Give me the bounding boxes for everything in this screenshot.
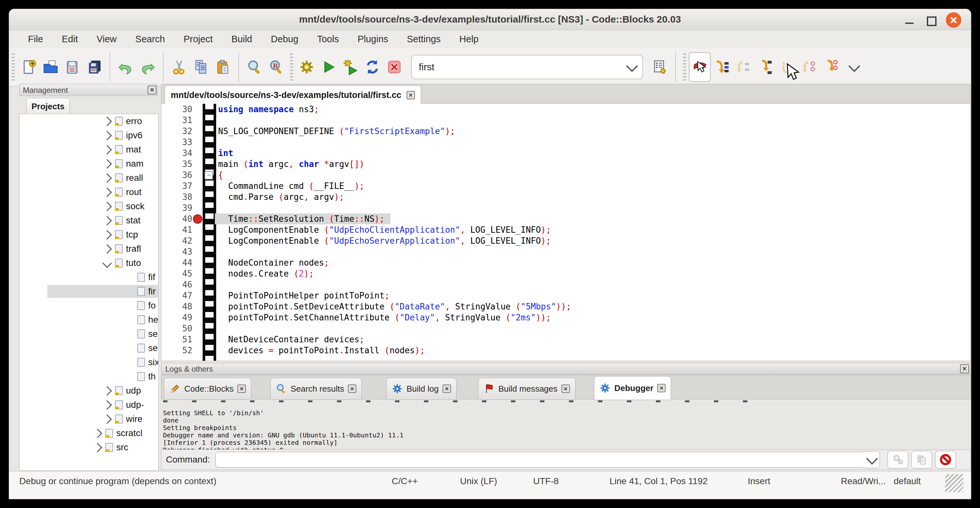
log-tab-build-log[interactable]: Build log× [386, 378, 457, 400]
chevron-right-icon[interactable] [102, 414, 112, 424]
open-file-button[interactable] [39, 52, 61, 82]
copy-button[interactable] [190, 52, 212, 82]
chevron-down-icon[interactable] [102, 258, 112, 268]
tree-item-scratcl[interactable]: scratcl [20, 426, 158, 440]
tree-item-nam[interactable]: nam [20, 157, 158, 171]
line-number[interactable]: 52 [161, 345, 192, 356]
log-tab-build-messages[interactable]: Build messages× [478, 378, 575, 400]
chevron-right-icon[interactable] [102, 244, 112, 254]
resize-grip[interactable] [945, 474, 963, 492]
line-number[interactable]: 45 [161, 268, 192, 279]
editor-tab-close-icon[interactable]: × [407, 91, 415, 99]
chevron-right-icon[interactable] [102, 159, 112, 169]
menu-file[interactable]: File [19, 30, 52, 48]
new-file-button[interactable] [18, 52, 39, 82]
code-line-33[interactable]: 33 [161, 137, 970, 148]
redo-button[interactable] [137, 52, 159, 82]
editor-tab-first-cc[interactable]: mnt/dev/tools/source/ns-3-dev/examples/t… [165, 85, 421, 104]
code-line-47[interactable]: 47 PointToPointHelper pointToPoint; [161, 290, 970, 301]
line-number[interactable]: 39 [161, 202, 192, 213]
line-number[interactable]: 50 [161, 323, 192, 334]
line-number[interactable]: 48 [161, 301, 192, 312]
menu-view[interactable]: View [87, 30, 126, 48]
code-line-46[interactable]: 46 [161, 279, 970, 290]
line-number[interactable]: 35 [161, 159, 192, 170]
tree-item-se[interactable]: se [20, 341, 158, 355]
chevron-right-icon[interactable] [102, 400, 112, 410]
line-number[interactable]: 46 [161, 279, 192, 290]
undo-button[interactable] [115, 52, 137, 82]
management-caption[interactable]: Management [19, 84, 158, 96]
line-number[interactable]: 42 [161, 235, 192, 246]
tree-item-fo[interactable]: fo [20, 298, 158, 313]
tree-item-ipv6[interactable]: ipv6 [20, 128, 158, 142]
code-editor[interactable]: 30using namespace ns3;3132NS_LOG_COMPONE… [161, 104, 970, 361]
code-line-37[interactable]: 37 CommandLine cmd (__FILE__); [161, 180, 970, 191]
line-number[interactable]: 32 [161, 126, 192, 137]
rebuild-button[interactable] [361, 52, 383, 82]
find-button[interactable] [243, 52, 266, 82]
code-line-45[interactable]: 45 nodes.Create (2); [161, 268, 970, 279]
line-number[interactable]: 51 [161, 334, 192, 345]
run-to-cursor-button[interactable] [711, 52, 733, 82]
breakpoint-icon[interactable] [193, 214, 202, 224]
close-button[interactable] [946, 12, 961, 28]
tree-item-th[interactable]: th [20, 369, 158, 384]
chevron-right-icon[interactable] [102, 116, 112, 126]
log-tab-debugger[interactable]: Debugger× [594, 376, 671, 400]
line-number[interactable]: 40 [161, 213, 192, 225]
logs-caption[interactable]: Logs & others [161, 363, 971, 374]
command-input[interactable] [215, 452, 866, 468]
chevron-right-icon[interactable] [93, 443, 102, 452]
title-bar[interactable]: mnt/dev/tools/source/ns-3-dev/examples/t… [9, 9, 971, 30]
tree-item-src[interactable]: src [20, 440, 158, 454]
copy-log-button[interactable] [911, 451, 932, 469]
save-button[interactable] [61, 52, 83, 82]
code-line-35[interactable]: 35main (int argc, char *argv[]) [161, 159, 970, 170]
tree-item-mat[interactable]: mat [20, 142, 158, 157]
log-tab-close-icon[interactable]: × [348, 385, 356, 393]
build-button[interactable] [296, 52, 318, 82]
chevron-right-icon[interactable] [102, 173, 112, 183]
code-line-44[interactable]: 44 NodeContainer nodes; [161, 257, 970, 268]
build-target-options-button[interactable] [649, 52, 671, 82]
code-line-31[interactable]: 31 [161, 115, 970, 126]
code-line-50[interactable]: 50 [161, 323, 970, 334]
chevron-right-icon[interactable] [93, 428, 102, 438]
code-line-51[interactable]: 51 NetDeviceContainer devices; [161, 334, 970, 345]
line-number[interactable]: 37 [161, 180, 192, 191]
chevron-right-icon[interactable] [102, 131, 112, 140]
line-number[interactable]: 47 [161, 290, 192, 301]
log-tab-search-results[interactable]: Search results× [270, 378, 362, 400]
menu-edit[interactable]: Edit [52, 30, 87, 48]
tree-item-reall[interactable]: reall [20, 171, 158, 185]
tree-item-fir[interactable]: fir [20, 284, 158, 298]
chevron-right-icon[interactable] [102, 201, 112, 211]
log-tab-close-icon[interactable]: × [562, 385, 570, 393]
code-line-30[interactable]: 30using namespace ns3; [161, 104, 970, 115]
toolbar-grip[interactable] [11, 54, 15, 81]
line-number[interactable]: 36 [161, 170, 192, 180]
menu-plugins[interactable]: Plugins [348, 30, 398, 48]
log-tab-code-blocks[interactable]: Code::Blocks× [164, 378, 251, 400]
management-close-icon[interactable]: × [148, 85, 157, 94]
tree-item-sock[interactable]: sock [20, 199, 158, 213]
toolbar-grip[interactable] [290, 54, 293, 81]
project-tree[interactable]: erroipv6matnamreallroutsockstattcptraflt… [19, 114, 159, 471]
cut-button[interactable] [168, 52, 190, 82]
maximize-button[interactable] [924, 14, 937, 26]
menu-build[interactable]: Build [222, 30, 262, 48]
chevron-right-icon[interactable] [102, 145, 112, 154]
code-line-36[interactable]: 36−{ [161, 170, 970, 180]
tree-item-rout[interactable]: rout [20, 185, 158, 199]
build-and-run-button[interactable] [340, 52, 361, 82]
next-line-button[interactable] [733, 52, 754, 82]
line-number[interactable]: 44 [161, 257, 192, 268]
minimize-button[interactable] [903, 14, 916, 26]
line-number[interactable]: 41 [161, 225, 192, 235]
tree-item-tuto[interactable]: tuto [20, 256, 158, 270]
code-line-42[interactable]: 42 LogComponentEnable ("UdpEchoServerApp… [161, 235, 970, 246]
line-number[interactable]: 38 [161, 191, 192, 202]
debug-continue-button[interactable] [689, 52, 711, 82]
tree-item-udp[interactable]: udp [20, 384, 158, 398]
